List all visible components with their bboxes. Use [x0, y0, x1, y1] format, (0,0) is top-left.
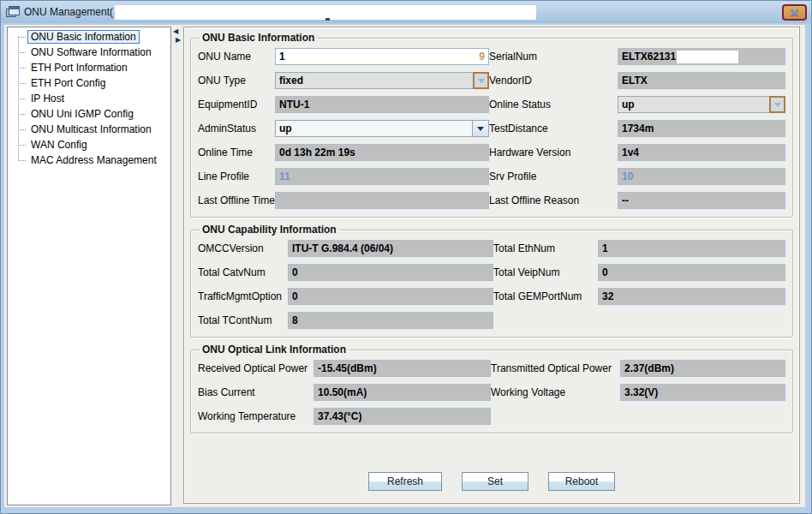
working-temperature-value: 37.43(°C) — [313, 408, 491, 425]
dropdown-triangle — [478, 79, 485, 83]
last-offline-reason-value: -- — [618, 192, 785, 209]
tree-row: ONU Multicast Information — [8, 122, 170, 137]
working-voltage-label: Working Voltage — [491, 386, 620, 398]
window-title: ONU Management( — [24, 6, 113, 18]
onu-name-value: 1 — [279, 51, 285, 63]
working-temperature-label: Working Temperature — [198, 410, 313, 422]
section-title: ONU Capability Information — [200, 224, 339, 236]
total-veipnum-text: 0 — [602, 266, 608, 278]
hardware-version-value: 1v4 — [618, 144, 785, 161]
sidebar-item-eth-port-information[interactable]: ETH Port Information — [27, 61, 131, 75]
tree-row: ETH Port Config — [8, 75, 170, 91]
collapse-left-icon[interactable]: ◀ — [173, 27, 178, 36]
dropdown-triangle — [477, 127, 484, 131]
online-status-value: up — [618, 97, 770, 112]
total-veipnum-value: 0 — [598, 264, 785, 281]
onu-type-label: ONU Type — [198, 75, 275, 87]
serialnum-text: ELTX62131 — [622, 51, 676, 63]
hardware-version-label: Hardware Version — [489, 146, 618, 158]
transmitted-optical-power-label: Transmitted Optical Power — [491, 362, 620, 374]
titlebar[interactable]: ONU Management( ✕ — [1, 1, 811, 23]
total-gemportnum-value: 32 — [598, 288, 785, 305]
last-offline-time-label: Last Offline Time — [198, 194, 275, 206]
last-offline-reason-text: -- — [622, 194, 629, 206]
reboot-button[interactable]: Reboot — [548, 472, 615, 491]
total-ethnum-label: Total EthNum — [493, 242, 598, 254]
tree-row: ETH Port Information — [8, 60, 170, 75]
testdistance-label: TestDistance — [489, 123, 618, 134]
received-optical-power-label: Received Optical Power — [198, 362, 313, 374]
navigation-tree: ONU Basic InformationONU Software Inform… — [8, 27, 170, 168]
section-onu-capability-information: ONU Capability InformationOMCCVersionITU… — [190, 224, 793, 338]
content-area: ONU Basic InformationONU Software Inform… — [4, 25, 805, 507]
sidebar-item-eth-port-config[interactable]: ETH Port Config — [27, 76, 109, 90]
trafficmgmtoption-label: TrafficMgmtOption — [198, 290, 288, 302]
section-onu-optical-link-information: ONU Optical Link InformationReceived Opt… — [190, 344, 793, 433]
onu-type-value: fixed — [276, 73, 474, 88]
refresh-button[interactable]: Refresh — [368, 472, 442, 491]
adminstatus-value: up — [276, 121, 472, 136]
total-catvnum-label: Total CatvNum — [198, 266, 288, 278]
section-title: ONU Optical Link Information — [200, 344, 349, 356]
close-icon: ✕ — [790, 7, 799, 18]
transmitted-optical-power-value: 2.37(dBm) — [620, 360, 785, 377]
split-pane-divider[interactable]: ◀ ▶ — [171, 25, 183, 507]
last-offline-time-value — [275, 192, 489, 209]
dropdown-triangle — [774, 103, 781, 107]
online-time-text: 0d 13h 22m 19s — [279, 146, 355, 158]
equipmentid-value: NTU-1 — [275, 96, 489, 113]
adminstatus-label: AdminStatus — [198, 123, 275, 134]
online-time-label: Online Time — [198, 146, 275, 158]
line-profile-value: 11 — [275, 168, 489, 185]
hardware-version-text: 1v4 — [622, 146, 639, 158]
transmitted-optical-power-text: 2.37(dBm) — [624, 362, 674, 374]
close-button[interactable]: ✕ — [782, 4, 807, 21]
srv-profile-value: 10 — [618, 168, 785, 185]
equipmentid-label: EquipmentID — [198, 99, 275, 111]
window-body: ONU Basic InformationONU Software Inform… — [1, 23, 811, 513]
total-tcontnum-value: 8 — [288, 312, 493, 329]
set-button[interactable]: Set — [462, 472, 528, 491]
window-icon — [6, 6, 20, 18]
total-gemportnum-text: 32 — [602, 290, 613, 302]
sidebar-item-onu-uni-igmp-config[interactable]: ONU Uni IGMP Config — [27, 107, 137, 121]
sidebar-item-onu-multicast-information[interactable]: ONU Multicast Information — [27, 123, 155, 136]
online-status-select: up — [618, 96, 785, 113]
vendorid-value: ELTX — [618, 72, 785, 89]
serialnum-label: SerialNum — [489, 51, 618, 63]
navigation-tree-panel: ONU Basic InformationONU Software Inform… — [7, 27, 171, 505]
received-optical-power-value: -15.45(dBm) — [313, 360, 491, 377]
srv-profile-label: Srv Profile — [489, 170, 618, 182]
tree-row: ONU Basic Information — [8, 29, 170, 45]
onu-name-remnant-char: 9 — [479, 51, 485, 63]
total-tcontnum-label: Total TContNum — [198, 314, 288, 326]
working-voltage-text: 3.32(V) — [624, 386, 658, 398]
online-status-label: Online Status — [489, 99, 618, 111]
line-profile-label: Line Profile — [198, 170, 275, 182]
tree-row: ONU Uni IGMP Config — [8, 106, 170, 122]
chevron-down-icon — [769, 96, 785, 113]
bias-current-value: 10.50(mA) — [313, 384, 491, 401]
total-veipnum-label: Total VeipNum — [493, 266, 598, 278]
line-profile-text: 11 — [279, 170, 290, 182]
onu-name-input[interactable]: 19 — [275, 48, 489, 65]
working-voltage-value: 3.32(V) — [620, 384, 785, 401]
action-button-row: Refresh Set Reboot — [190, 472, 793, 497]
onu-management-window: ONU Management( ✕ ONU Basic InformationO… — [0, 0, 812, 514]
total-ethnum-text: 1 — [602, 242, 608, 254]
total-catvnum-text: 0 — [292, 266, 298, 278]
vendorid-label: VendorID — [489, 75, 618, 87]
expand-right-icon[interactable]: ▶ — [176, 36, 181, 45]
tree-row: ONU Software Information — [8, 45, 170, 60]
sidebar-item-onu-software-information[interactable]: ONU Software Information — [27, 45, 155, 59]
sidebar-item-mac-address-management[interactable]: MAC Address Management — [27, 153, 160, 167]
received-optical-power-text: -15.45(dBm) — [318, 362, 377, 374]
title-redaction — [115, 5, 536, 20]
total-catvnum-value: 0 — [288, 264, 493, 281]
adminstatus-select[interactable]: up — [275, 120, 489, 137]
sidebar-item-ip-host[interactable]: IP Host — [27, 92, 68, 105]
sidebar-item-wan-config[interactable]: WAN Config — [27, 138, 91, 152]
chevron-down-icon[interactable] — [472, 121, 488, 136]
tree-row: MAC Address Management — [8, 152, 170, 168]
sidebar-item-onu-basic-information[interactable]: ONU Basic Information — [27, 30, 140, 44]
